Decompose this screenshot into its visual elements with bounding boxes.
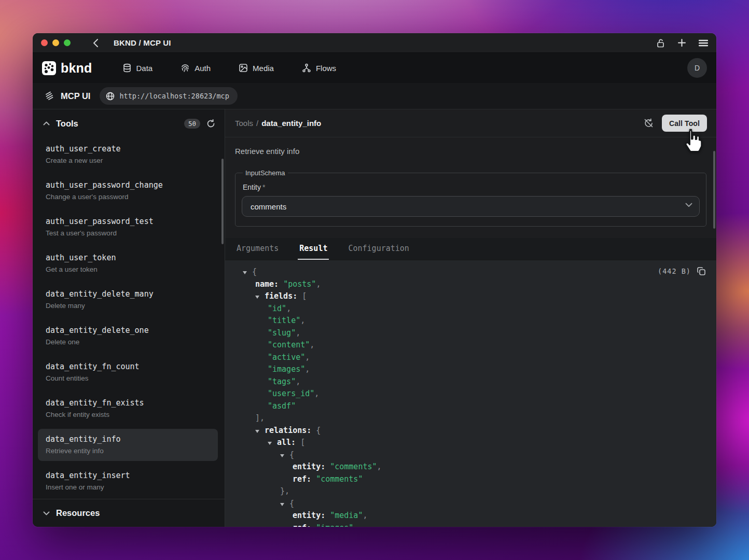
resources-section-header[interactable]: Resources bbox=[33, 499, 225, 527]
plus-icon[interactable] bbox=[677, 38, 686, 47]
collapse-toggle-icon[interactable] bbox=[255, 290, 265, 303]
main-header: Tools / data_entity_info Call Tool bbox=[225, 109, 716, 137]
traffic-lights bbox=[41, 39, 71, 46]
sidebar-item-auth_user_password_change[interactable]: auth_user_password_changeChange a user's… bbox=[38, 175, 218, 207]
json-key: all: bbox=[277, 438, 296, 447]
mcp-url: http://localhost:28623/mcp bbox=[119, 92, 229, 100]
collapse-toggle-icon[interactable] bbox=[268, 437, 277, 449]
json-punctuation: { bbox=[289, 450, 294, 459]
json-line: entity:"comments", bbox=[243, 461, 716, 473]
json-punctuation: , bbox=[296, 328, 300, 338]
tools-count-badge: 50 bbox=[184, 119, 200, 129]
json-line: "content", bbox=[243, 339, 716, 352]
nav-item-auth[interactable]: Auth bbox=[181, 63, 211, 73]
tool-description: Count entities bbox=[46, 374, 210, 383]
tools-sidebar: Tools 50 auth_user_createCreate a new us… bbox=[33, 109, 225, 527]
nav-item-label: Auth bbox=[195, 64, 211, 73]
json-line: fields:[ bbox=[243, 290, 716, 303]
nav-item-flows[interactable]: Flows bbox=[302, 63, 336, 73]
tool-description: Test a user's password bbox=[46, 229, 210, 238]
json-punctuation: , bbox=[314, 389, 319, 398]
json-line: }, bbox=[243, 485, 716, 498]
json-string-value: "asdf" bbox=[268, 401, 296, 411]
breadcrumb-parent[interactable]: Tools bbox=[235, 119, 253, 128]
sidebar-item-data_entity_insert[interactable]: data_entity_insertInsert one or many bbox=[38, 465, 218, 497]
layers-icon bbox=[44, 91, 54, 101]
json-punctuation: , bbox=[286, 304, 291, 313]
tool-name: data_entity_fn_count bbox=[46, 361, 210, 372]
json-line: all:[ bbox=[243, 437, 716, 449]
tool-description: Change a user's password bbox=[46, 192, 210, 202]
main-panel: Tools / data_entity_info Call Tool Retri… bbox=[225, 109, 716, 527]
call-tool-button[interactable]: Call Tool bbox=[662, 115, 707, 132]
nav-item-data[interactable]: Data bbox=[122, 63, 153, 73]
json-line: "images", bbox=[243, 363, 716, 376]
json-string-value: "media" bbox=[330, 511, 363, 520]
tool-description: Insert one or many bbox=[46, 483, 210, 492]
zoom-window-button[interactable] bbox=[64, 39, 71, 46]
tab-configuration[interactable]: Configuration bbox=[346, 238, 410, 260]
minimize-window-button[interactable] bbox=[52, 39, 59, 46]
menu-icon[interactable] bbox=[699, 39, 708, 47]
chevron-down-icon bbox=[685, 203, 692, 207]
json-line: "users_id", bbox=[243, 388, 716, 400]
json-punctuation: , bbox=[305, 365, 310, 374]
lock-open-icon[interactable] bbox=[656, 38, 665, 48]
tab-result[interactable]: Result bbox=[298, 238, 329, 260]
brand-logo[interactable]: bknd bbox=[42, 61, 92, 76]
json-punctuation: , bbox=[296, 377, 300, 386]
json-line: name:"posts", bbox=[243, 278, 716, 291]
sidebar-scrollbar[interactable] bbox=[221, 159, 224, 244]
tab-arguments[interactable]: Arguments bbox=[235, 238, 280, 260]
result-tabs: ArgumentsResultConfiguration bbox=[225, 238, 716, 260]
sidebar-item-auth_user_token[interactable]: auth_user_tokenGet a user token bbox=[38, 247, 218, 279]
json-string-value: "title" bbox=[268, 316, 300, 325]
close-window-button[interactable] bbox=[41, 39, 48, 46]
sidebar-item-auth_user_create[interactable]: auth_user_createCreate a new user bbox=[38, 138, 218, 171]
collapse-toggle-icon[interactable] bbox=[280, 498, 289, 510]
json-line: ], bbox=[243, 412, 716, 425]
mcp-url-pill[interactable]: http://localhost:28623/mcp bbox=[100, 87, 237, 105]
json-punctuation: , bbox=[316, 279, 321, 289]
json-key: entity: bbox=[293, 511, 325, 520]
tool-name: auth_user_token bbox=[46, 253, 210, 263]
sidebar-item-data_entity_fn_count[interactable]: data_entity_fn_countCount entities bbox=[38, 356, 218, 388]
refresh-off-icon[interactable] bbox=[644, 118, 654, 128]
json-punctuation: [ bbox=[302, 291, 307, 301]
avatar[interactable]: D bbox=[687, 58, 707, 78]
sidebar-item-data_entity_delete_many[interactable]: data_entity_delete_manyDelete many bbox=[38, 284, 218, 316]
json-string-value: "tags" bbox=[268, 377, 296, 386]
back-icon[interactable] bbox=[92, 38, 99, 48]
breadcrumb-current: data_entity_info bbox=[261, 119, 321, 128]
tools-section-header[interactable]: Tools 50 bbox=[33, 109, 225, 137]
nav-item-label: Flows bbox=[316, 64, 336, 73]
nav-item-media[interactable]: Media bbox=[239, 63, 274, 73]
json-punctuation: , bbox=[310, 340, 314, 349]
sidebar-item-data_entity_delete_one[interactable]: data_entity_delete_oneDelete one bbox=[38, 320, 218, 352]
tool-name: data_entity_insert bbox=[46, 470, 210, 481]
entity-select[interactable]: comments bbox=[242, 196, 700, 217]
collapse-toggle-icon[interactable] bbox=[255, 425, 265, 437]
sidebar-item-data_entity_info[interactable]: data_entity_infoRetrieve entity info bbox=[38, 429, 218, 461]
sidebar-item-auth_user_password_test[interactable]: auth_user_password_testTest a user's pas… bbox=[38, 211, 218, 243]
copy-icon[interactable] bbox=[697, 267, 706, 276]
entity-select-value: comments bbox=[251, 202, 286, 211]
sidebar-item-data_entity_fn_exists[interactable]: data_entity_fn_existsCheck if entity exi… bbox=[38, 393, 218, 425]
bknd-logo-icon bbox=[42, 61, 56, 75]
collapse-toggle-icon[interactable] bbox=[243, 266, 252, 278]
json-key: ref: bbox=[293, 474, 311, 484]
json-line: relations:{ bbox=[243, 425, 716, 437]
tool-description: Check if entity exists bbox=[46, 410, 210, 419]
json-string-value: "posts" bbox=[283, 279, 316, 289]
collapse-toggle-icon[interactable] bbox=[280, 449, 289, 461]
app-window: BKND / MCP UI bknd DataAuthMediaFlows D bbox=[33, 33, 716, 527]
json-line: entity:"media", bbox=[243, 510, 716, 522]
tool-description-text: Retrieve entity info bbox=[235, 146, 706, 157]
input-schema-legend: InputSchema bbox=[243, 169, 288, 177]
json-punctuation: , bbox=[305, 353, 310, 362]
json-punctuation: { bbox=[316, 426, 321, 435]
json-punctuation: }, bbox=[280, 486, 289, 496]
tool-name: data_entity_delete_many bbox=[46, 289, 210, 300]
main-scrollbar[interactable] bbox=[713, 151, 715, 229]
refresh-icon[interactable] bbox=[206, 119, 215, 128]
